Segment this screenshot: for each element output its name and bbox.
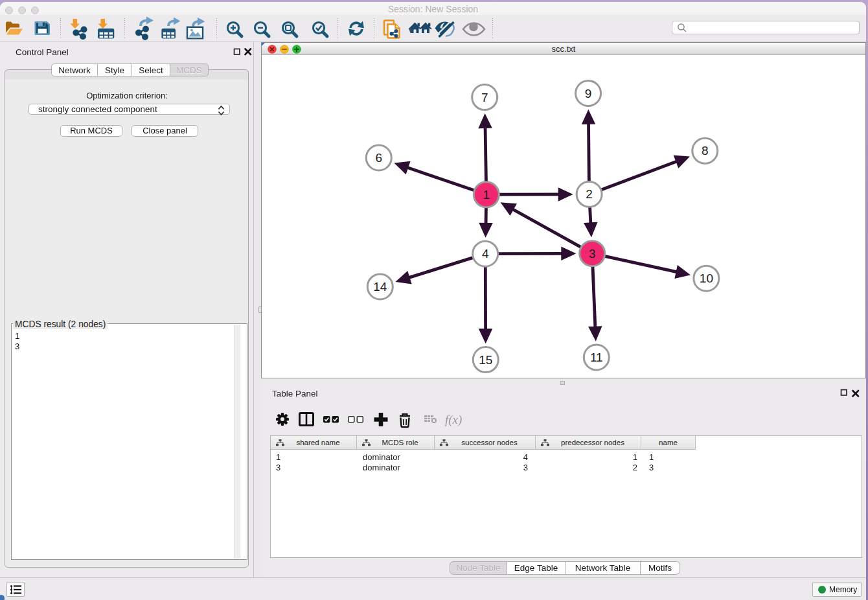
svg-text:1: 1 bbox=[483, 188, 490, 202]
svg-text:14: 14 bbox=[373, 280, 387, 294]
svg-text:6: 6 bbox=[376, 151, 383, 165]
svg-text:8: 8 bbox=[702, 144, 709, 157]
svg-text:2: 2 bbox=[586, 187, 593, 201]
svg-text:15: 15 bbox=[479, 353, 492, 367]
svg-text:f(x): f(x) bbox=[445, 413, 462, 427]
svg-text:7: 7 bbox=[481, 91, 488, 104]
svg-text:10: 10 bbox=[700, 271, 713, 285]
svg-text:3: 3 bbox=[589, 247, 596, 260]
svg-text:11: 11 bbox=[590, 351, 603, 364]
svg-text:9: 9 bbox=[585, 87, 592, 100]
svg-text:4: 4 bbox=[482, 247, 489, 260]
